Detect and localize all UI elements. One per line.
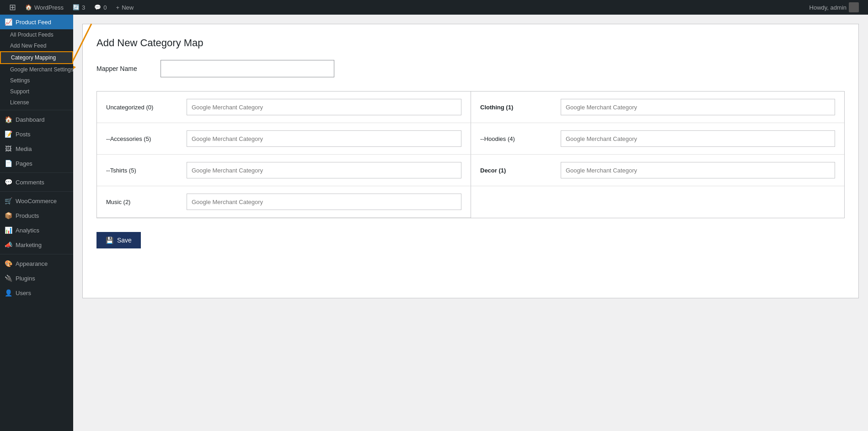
page-title: Add New Category Map (96, 33, 845, 49)
users-icon: 👤 (5, 289, 12, 296)
comments-count: 0 (103, 4, 107, 11)
comments-link[interactable]: 💬 0 (90, 0, 111, 15)
users-label: Users (16, 290, 31, 296)
posts-icon: 📝 (5, 130, 12, 138)
site-name-link[interactable]: 🏠 WordPress (21, 0, 68, 15)
category-row-music: Music (2) (97, 186, 471, 218)
sidebar-item-product-feed[interactable]: 📈 Product Feed (0, 15, 73, 29)
sidebar-item-settings[interactable]: Settings (0, 75, 73, 86)
pages-icon: 📄 (5, 160, 12, 167)
sidebar-item-comments[interactable]: 💬 Comments (0, 175, 73, 189)
media-label: Media (16, 145, 32, 152)
category-row-uncategorized: Uncategorized (0) (97, 92, 471, 123)
clothing-label: Clothing (1) (480, 104, 553, 111)
sidebar-item-appearance[interactable]: 🎨 Appearance (0, 256, 73, 271)
google-merchant-label: Google Merchant Settings (10, 66, 73, 73)
save-label: Save (117, 237, 132, 244)
all-feeds-label: All Product Feeds (10, 32, 54, 38)
product-feed-icon: 📈 (5, 18, 12, 26)
content-area: Add New Category Map Mapper Name Uncateg… (73, 15, 868, 431)
sidebar-item-posts[interactable]: 📝 Posts (0, 127, 73, 141)
plus-icon: + (116, 4, 120, 11)
decor-label: Decor (1) (480, 167, 553, 174)
appearance-icon: 🎨 (5, 260, 12, 267)
pages-label: Pages (16, 160, 32, 167)
comments-icon: 💬 (94, 4, 101, 11)
products-label: Products (16, 212, 39, 219)
marketing-icon: 📣 (5, 241, 12, 248)
hoodies-input[interactable] (561, 130, 835, 147)
music-label: Music (2) (106, 199, 179, 205)
sidebar-item-all-feeds[interactable]: All Product Feeds (0, 29, 73, 40)
uncategorized-input[interactable] (187, 99, 461, 115)
accessories-input[interactable] (187, 130, 461, 147)
support-label: Support (10, 88, 29, 95)
dashboard-icon: 🏠 (5, 116, 12, 123)
admin-sidebar: 📈 Product Feed All Product Feeds Add New… (0, 15, 73, 431)
mapper-name-label: Mapper Name (96, 65, 151, 72)
updates-count: 3 (82, 4, 85, 11)
appearance-label: Appearance (16, 260, 48, 267)
sidebar-item-media[interactable]: 🖼 Media (0, 141, 73, 156)
tshirts-input[interactable] (187, 162, 461, 178)
category-row-accessories: --Accessories (5) (97, 123, 471, 155)
save-icon: 💾 (106, 237, 113, 244)
analytics-icon: 📊 (5, 226, 12, 234)
updates-icon: 🔄 (73, 4, 80, 11)
category-mapping-label: Category Mapping (11, 54, 56, 61)
wp-logo[interactable]: ⊞ (5, 0, 21, 15)
clothing-input[interactable] (561, 99, 835, 115)
woocommerce-icon: 🛒 (5, 197, 12, 205)
category-row-decor: Decor (1) (471, 155, 844, 186)
site-name-label: WordPress (34, 4, 64, 11)
hoodies-label: --Hoodies (4) (480, 135, 553, 142)
sidebar-item-marketing[interactable]: 📣 Marketing (0, 237, 73, 252)
sidebar-item-plugins[interactable]: 🔌 Plugins (0, 271, 73, 286)
category-mapping-grid: Uncategorized (0) Clothing (1) --Accesso… (96, 91, 845, 218)
sidebar-item-category-mapping[interactable]: Category Mapping (0, 51, 73, 64)
page-content: Add New Category Map Mapper Name Uncateg… (82, 24, 859, 298)
uncategorized-label: Uncategorized (0) (106, 104, 179, 111)
dashboard-label: Dashboard (16, 116, 45, 123)
comments-sidebar-label: Comments (16, 179, 44, 186)
woocommerce-label: WooCommerce (16, 198, 57, 205)
sidebar-item-products[interactable]: 📦 Products (0, 208, 73, 223)
category-row-empty (471, 186, 844, 218)
posts-label: Posts (16, 131, 31, 138)
sidebar-item-pages[interactable]: 📄 Pages (0, 156, 73, 171)
category-row-hoodies: --Hoodies (4) (471, 123, 844, 155)
mapper-name-input[interactable] (161, 60, 334, 77)
decor-input[interactable] (561, 162, 835, 178)
sidebar-item-add-new-feed[interactable]: Add New Feed (0, 40, 73, 51)
sidebar-item-dashboard[interactable]: 🏠 Dashboard (0, 112, 73, 127)
updates-link[interactable]: 🔄 3 (68, 0, 90, 15)
sidebar-item-google-merchant[interactable]: Google Merchant Settings (0, 64, 73, 75)
mapper-name-row: Mapper Name (96, 60, 845, 77)
sidebar-item-woocommerce[interactable]: 🛒 WooCommerce (0, 194, 73, 208)
add-new-feed-label: Add New Feed (10, 43, 46, 49)
avatar (849, 2, 859, 12)
sidebar-item-license[interactable]: License (0, 97, 73, 108)
sidebar-item-users[interactable]: 👤 Users (0, 286, 73, 300)
plugins-icon: 🔌 (5, 275, 12, 282)
category-row-tshirts: --Tshirts (5) (97, 155, 471, 186)
tshirts-label: --Tshirts (5) (106, 167, 179, 174)
plugins-label: Plugins (16, 275, 35, 282)
sidebar-item-product-feed-label: Product Feed (16, 19, 51, 26)
comments-sidebar-icon: 💬 (5, 178, 12, 186)
save-button[interactable]: 💾 Save (96, 232, 141, 248)
marketing-label: Marketing (16, 242, 42, 248)
products-icon: 📦 (5, 212, 12, 219)
howdy-text: Howdy, admin (809, 4, 847, 11)
settings-sub-label: Settings (10, 77, 30, 84)
category-row-clothing: Clothing (1) (471, 92, 844, 123)
new-content-link[interactable]: + New (112, 0, 139, 15)
save-section: 💾 Save (96, 232, 845, 248)
music-input[interactable] (187, 194, 461, 210)
license-label: License (10, 99, 29, 106)
media-icon: 🖼 (5, 145, 12, 152)
sidebar-item-analytics[interactable]: 📊 Analytics (0, 223, 73, 237)
accessories-label: --Accessories (5) (106, 135, 179, 142)
analytics-label: Analytics (16, 227, 39, 234)
sidebar-item-support[interactable]: Support (0, 86, 73, 97)
